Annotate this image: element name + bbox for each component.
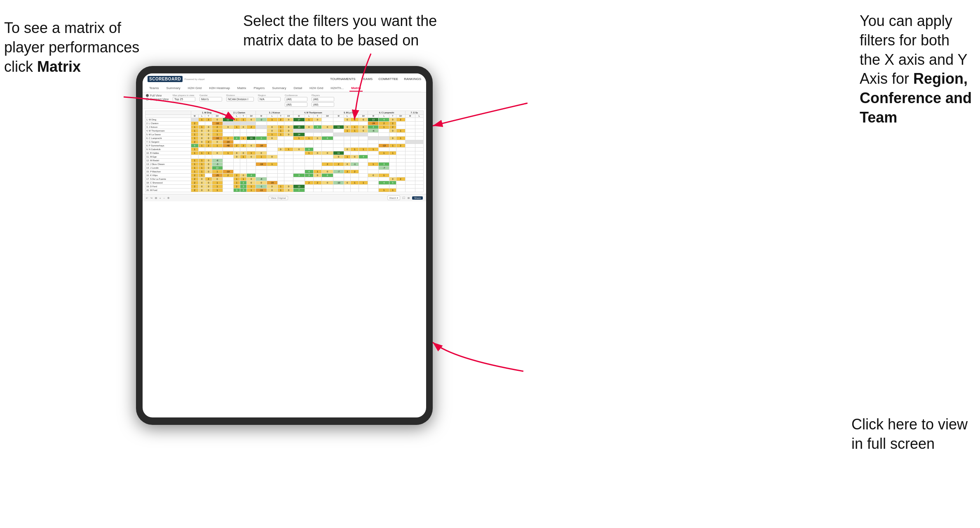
tab-teams[interactable]: Teams: [148, 85, 161, 92]
matrix-cell: [293, 159, 305, 163]
matrix-cell: 1: [199, 144, 205, 148]
filter-conference: Conference (All) (All): [285, 94, 307, 107]
matrix-cell: 4: [247, 174, 256, 177]
tab-summary[interactable]: Summary: [165, 85, 182, 92]
matrix-cell: [405, 140, 415, 144]
players-select1[interactable]: (All): [312, 97, 334, 101]
tab-summary2[interactable]: Summary: [270, 85, 288, 92]
matrix-cell: [405, 151, 415, 155]
matrix-cell: [379, 185, 389, 189]
matrix-cell: 1: [240, 118, 246, 122]
division-select[interactable]: NCAA Division I: [226, 97, 254, 101]
nav-rankings[interactable]: RANKINGS: [404, 76, 421, 82]
matrix-cell: 2: [333, 163, 344, 166]
tab-h2hth[interactable]: H2HTh...: [329, 85, 345, 92]
nav-tournaments[interactable]: TOURNAMENTS: [330, 76, 356, 82]
matrix-cell: [405, 137, 415, 140]
matrix-cell: 0: [389, 137, 396, 140]
matrix-cell: 1: [191, 125, 199, 129]
matrix-cell: -16: [212, 137, 223, 140]
matrix-cell: [351, 122, 359, 125]
matrix-cell: 0: [212, 177, 223, 181]
matrix-cell: 0: [240, 151, 246, 155]
matrix-cell: [333, 122, 344, 125]
matrix-cell: [267, 151, 277, 155]
matrix-cell: [284, 170, 293, 174]
matrix-cell: [368, 181, 379, 185]
matrix-corner: [145, 111, 191, 115]
zoom-out-btn[interactable]: −: [164, 197, 165, 199]
sh-l1: L: [199, 115, 205, 118]
view-original-btn[interactable]: View: Original: [269, 196, 288, 200]
logo-sub: Powered by clippd: [184, 78, 204, 80]
tab-matrix2[interactable]: Matrix: [349, 85, 363, 92]
sh-w1: W: [191, 115, 199, 118]
app-logo: SCOREBOARD Powered by clippd: [148, 76, 204, 82]
matrix-cell: 2: [379, 122, 389, 125]
players-select2[interactable]: (All): [312, 102, 334, 107]
matrix-cell: 11: [333, 151, 344, 155]
watch-btn[interactable]: Watch ▾: [387, 196, 400, 200]
redo-btn[interactable]: ↪: [150, 196, 152, 199]
matrix-cell: 0: [205, 133, 212, 137]
radio-compact-view[interactable]: Compact View: [146, 98, 169, 101]
region-select[interactable]: N/A N/A: [258, 97, 281, 101]
sh-w3: W: [256, 115, 267, 118]
matrix-cell: 1: [240, 155, 246, 159]
matrix-cell: [415, 144, 423, 148]
nav-committee[interactable]: COMMITTEE: [378, 76, 398, 82]
share-btn[interactable]: Share: [412, 196, 423, 200]
sh-d1: Dif: [212, 115, 223, 118]
matrix-cell: -7: [379, 166, 389, 170]
tab-players[interactable]: Players: [252, 85, 267, 92]
screen-btn[interactable]: ⛶: [403, 197, 405, 199]
table-row: 13. J Skov Olesen110-3-191220-113: [145, 163, 424, 166]
matrix-cell: 17: [293, 118, 305, 122]
row-label: 9. N Gabrelcik: [145, 148, 191, 151]
matrix-cell: [379, 148, 389, 151]
matrix-cell: 3: [379, 163, 389, 166]
matrix-cell: -16: [256, 144, 267, 148]
matrix-cell: -10: [333, 181, 344, 185]
matrix-cell: 0: [205, 189, 212, 192]
matrix-cell: 0: [284, 133, 293, 137]
tab-h2h-heatmap[interactable]: H2H Heatmap: [207, 85, 232, 92]
matrix-cell: [233, 122, 240, 125]
matrix-cell: [415, 125, 423, 129]
matrix-cell: 1: [389, 151, 396, 155]
conference-select2[interactable]: (All): [285, 102, 307, 107]
matrix-cell: [333, 185, 344, 189]
matrix-cell: 1: [305, 118, 313, 122]
matrix-cell: [379, 177, 389, 181]
tab-detail[interactable]: Detail: [292, 85, 304, 92]
matrix-cell: [313, 133, 321, 137]
matrix-cell: 0: [359, 118, 368, 122]
table-row: 3. J Koivun110201020101304011010312: [145, 125, 424, 129]
tab-matrix[interactable]: Matrix: [236, 85, 248, 92]
nav-teams[interactable]: TEAMS: [361, 76, 373, 82]
matrix-cell: [247, 170, 256, 174]
matrix-cell: [405, 185, 415, 189]
col-header-1: 1. W Ding: [191, 111, 223, 115]
settings-btn[interactable]: ⚙: [167, 196, 169, 199]
matrix-cell: 2: [396, 118, 405, 122]
matrix-cell: 1: [240, 177, 246, 181]
tab-h2h-grid[interactable]: H2H Grid: [186, 85, 203, 92]
matrix-cell: [389, 155, 396, 159]
conference-select1[interactable]: (All): [285, 97, 307, 101]
radio-full-view[interactable]: Full View: [146, 94, 169, 97]
grid-btn[interactable]: ⊞: [408, 196, 410, 199]
zoom-fit-btn[interactable]: ⊞: [155, 196, 157, 199]
zoom-in-btn[interactable]: +: [159, 197, 161, 199]
max-players-select[interactable]: Top 25: [173, 97, 195, 101]
matrix-cell: [368, 177, 379, 181]
matrix-cell: [415, 159, 423, 163]
gender-select[interactable]: Men's: [199, 97, 222, 101]
matrix-cell: 1: [247, 151, 256, 155]
sh-l5: L: [344, 115, 351, 118]
matrix-cell: [396, 159, 405, 163]
matrix-cell: 2: [233, 185, 240, 189]
tab-h2h-grid2[interactable]: H2H Grid: [308, 85, 325, 92]
undo-btn[interactable]: ↩: [146, 196, 148, 199]
matrix-cell: [396, 151, 405, 155]
